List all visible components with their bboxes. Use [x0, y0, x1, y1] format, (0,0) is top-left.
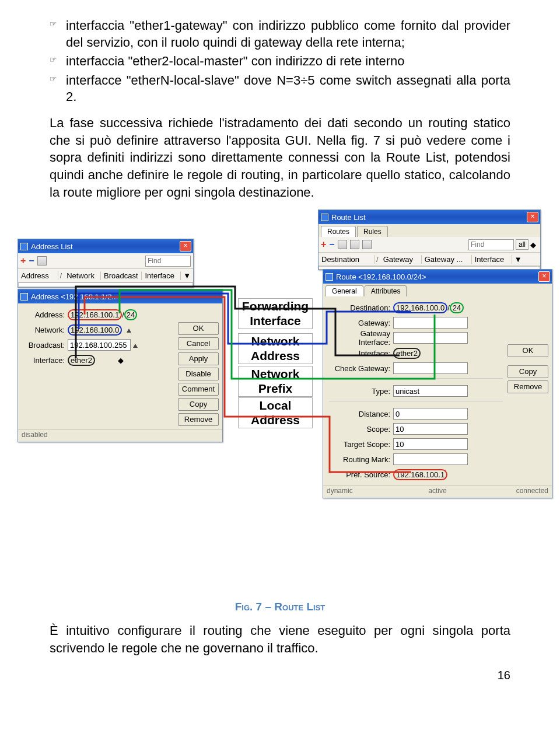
column-headers: Address / Network Broadcast Interface ▼	[18, 269, 193, 282]
gw-if-input[interactable]	[393, 332, 468, 344]
address-list-window: Address List × + − Address / Network Bro…	[18, 239, 194, 288]
titlebar: Route List ×	[318, 210, 540, 224]
window-icon	[20, 243, 28, 250]
all-dropdown[interactable]: all	[516, 239, 528, 250]
sort-indicator: /	[58, 271, 64, 280]
titlebar: Address List ×	[18, 239, 193, 253]
col-gateway[interactable]: Gateway	[380, 255, 422, 264]
tab-general[interactable]: General	[326, 285, 363, 296]
window-title: Address <192.168.1.1/2...	[31, 292, 118, 301]
label-address: Address:	[24, 310, 68, 319]
window-icon	[321, 214, 328, 221]
route-form: Destination: 192.168.100.0/24 Gateway: G…	[323, 296, 552, 485]
label-distance: Distance:	[329, 410, 393, 418]
annot-local-address: Local Address	[238, 397, 313, 428]
paragraph: È intuitivo configurare il routing che v…	[50, 622, 510, 656]
distance-input[interactable]	[393, 408, 468, 420]
window-icon	[20, 293, 28, 301]
interface-value-circle: ether2	[68, 355, 95, 366]
remove-button[interactable]: Remove	[508, 380, 548, 393]
label-interface: Interface:	[329, 349, 393, 358]
window-title: Route List	[331, 213, 366, 222]
filter-icon[interactable]	[350, 240, 359, 249]
label-network: Network:	[24, 326, 68, 334]
bullet-item: ☞ interfaccia "ether1-gateway" con indir…	[50, 18, 510, 51]
bullet-text: interfaccia "ether1-gateway" con indiriz…	[66, 18, 510, 51]
ok-button[interactable]: OK	[178, 322, 219, 335]
close-icon[interactable]: ×	[538, 271, 550, 282]
tab-routes[interactable]: Routes	[321, 226, 356, 237]
filter-icon[interactable]	[362, 240, 372, 249]
scope-input[interactable]	[393, 423, 468, 435]
up-arrow-icon[interactable]	[133, 344, 138, 348]
close-icon[interactable]: ×	[527, 212, 538, 222]
label-scope: Scope:	[329, 425, 393, 434]
point-icon: ☞	[50, 55, 66, 64]
broadcast-input[interactable]	[68, 339, 131, 351]
label-broadcast: Broadcast:	[24, 341, 68, 350]
address-dialog: Address <192.168.1.1/2... Address: 192.1…	[18, 289, 223, 442]
target-scope-input[interactable]	[393, 438, 468, 450]
col-address[interactable]: Address	[18, 271, 58, 280]
bullet-text: interfaccia "ether2-local-master" con in…	[66, 53, 510, 70]
up-arrow-icon[interactable]	[127, 329, 131, 333]
remove-icon[interactable]: −	[329, 239, 334, 250]
route-dialog: Route <192.168.100.0/24> × General Attri…	[323, 269, 552, 498]
figure-caption: Fig. 7 – Route List	[50, 600, 510, 613]
network-value-circle: 192.168.100.0	[68, 324, 122, 336]
label-interface: Interface:	[24, 356, 68, 365]
check-gw-input[interactable]	[393, 362, 468, 374]
remove-button[interactable]: Remove	[178, 413, 219, 426]
titlebar: Address <192.168.1.1/2...	[18, 289, 222, 303]
filter-icon[interactable]	[338, 240, 347, 249]
tab-rules[interactable]: Rules	[357, 226, 388, 237]
column-headers: Destination / Gateway Gateway ... Interf…	[318, 253, 540, 266]
find-input[interactable]	[468, 239, 514, 250]
destination-circle: 192.168.100.0	[393, 302, 447, 313]
comment-button[interactable]: Comment	[178, 383, 219, 396]
bullet-item: ☞ interfacce "etherN-local-slave" dove N…	[50, 72, 510, 106]
col-gateway2[interactable]: Gateway ...	[422, 255, 472, 264]
label-routing-mark: Routing Mark:	[329, 455, 393, 464]
annot-network-address: Network Address	[238, 333, 313, 364]
col-destination[interactable]: Destination	[318, 255, 374, 264]
route-list-window: Route List × Routes Rules + − all ◆ Dest…	[318, 209, 541, 270]
copy-button[interactable]: Copy	[178, 398, 219, 411]
col-broadcast[interactable]: Broadcast	[101, 271, 142, 280]
add-icon[interactable]: +	[321, 239, 326, 250]
window-title: Address List	[31, 242, 73, 251]
gateway-input[interactable]	[393, 317, 468, 329]
ok-button[interactable]: OK	[508, 344, 548, 357]
label-type: Type:	[329, 387, 393, 396]
route-dlg-tabs: General Attributes	[323, 284, 552, 296]
list-body	[18, 282, 193, 287]
tab-attributes[interactable]: Attributes	[365, 285, 407, 296]
col-interface[interactable]: Interface	[472, 255, 512, 264]
window-title: Route <192.168.100.0/24>	[336, 273, 426, 281]
interface-circle: ether2	[393, 348, 421, 359]
add-icon[interactable]: +	[20, 256, 26, 266]
titlebar: Route <192.168.100.0/24> ×	[323, 270, 552, 284]
route-list-tabs: Routes Rules	[318, 224, 540, 237]
filter-icon[interactable]	[37, 256, 47, 266]
type-input[interactable]	[393, 385, 468, 397]
point-icon: ☞	[50, 74, 66, 83]
label-gw-interface: Gateway Interface:	[329, 329, 393, 347]
address-form: Address: 192.168.100.1/24 Network: 192.1…	[18, 303, 222, 429]
apply-button[interactable]: Apply	[178, 352, 219, 365]
remove-icon[interactable]: −	[29, 256, 34, 266]
close-icon[interactable]: ×	[180, 241, 191, 252]
point-icon: ☞	[50, 19, 66, 29]
col-network[interactable]: Network	[64, 271, 101, 280]
bullet-list: ☞ interfaccia "ether1-gateway" con indir…	[50, 18, 510, 106]
find-input[interactable]	[145, 256, 191, 267]
label-destination: Destination:	[329, 303, 393, 312]
page-number: 16	[50, 669, 510, 682]
annot-network-prefix: Network Prefix	[238, 366, 313, 396]
disable-button[interactable]: Disable	[178, 368, 219, 380]
routing-mark-input[interactable]	[393, 453, 468, 465]
bullet-item: ☞ interfaccia "ether2-local-master" con …	[50, 53, 510, 70]
cancel-button[interactable]: Cancel	[178, 337, 219, 350]
col-interface[interactable]: Interface	[142, 271, 181, 280]
copy-button[interactable]: Copy	[508, 365, 548, 378]
